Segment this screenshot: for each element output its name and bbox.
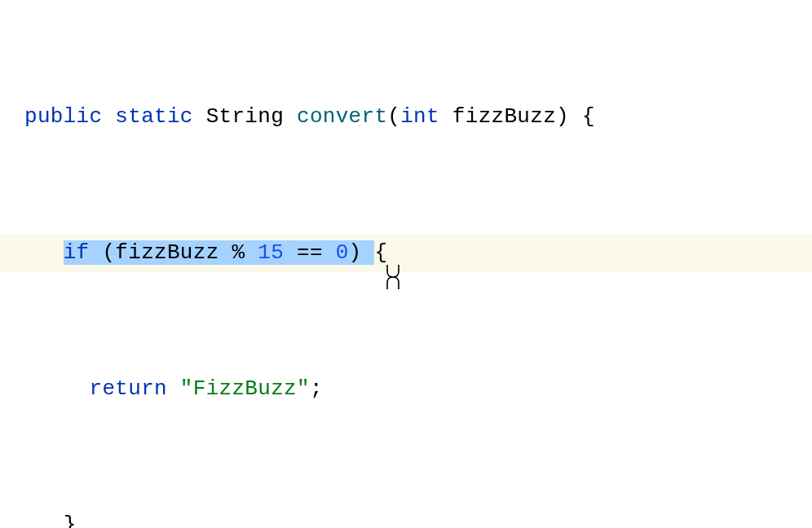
string-literal: "FizzBuzz" bbox=[180, 376, 310, 401]
keyword-return: return bbox=[90, 376, 167, 401]
method-name: convert bbox=[297, 104, 387, 129]
close-brace: } bbox=[64, 513, 77, 528]
code-editor[interactable]: public static String convert(int fizzBuz… bbox=[0, 0, 812, 528]
text-selection: if (fizzBuzz % 15 == 0) bbox=[64, 240, 375, 265]
number-literal: 15 bbox=[258, 240, 284, 265]
type-string: String bbox=[206, 104, 284, 129]
number-literal: 0 bbox=[336, 240, 349, 265]
param-name: fizzBuzz bbox=[452, 104, 556, 129]
keyword-static: static bbox=[115, 104, 192, 129]
code-line[interactable]: } bbox=[0, 506, 812, 528]
code-line[interactable]: return "FizzBuzz"; bbox=[0, 370, 812, 408]
open-brace: { bbox=[374, 240, 387, 265]
code-line-highlighted[interactable]: if (fizzBuzz % 15 == 0) { bbox=[0, 234, 812, 272]
code-line[interactable]: public static String convert(int fizzBuz… bbox=[0, 98, 812, 136]
keyword-int: int bbox=[400, 104, 439, 129]
keyword-public: public bbox=[24, 104, 102, 129]
keyword-if: if bbox=[64, 240, 90, 265]
